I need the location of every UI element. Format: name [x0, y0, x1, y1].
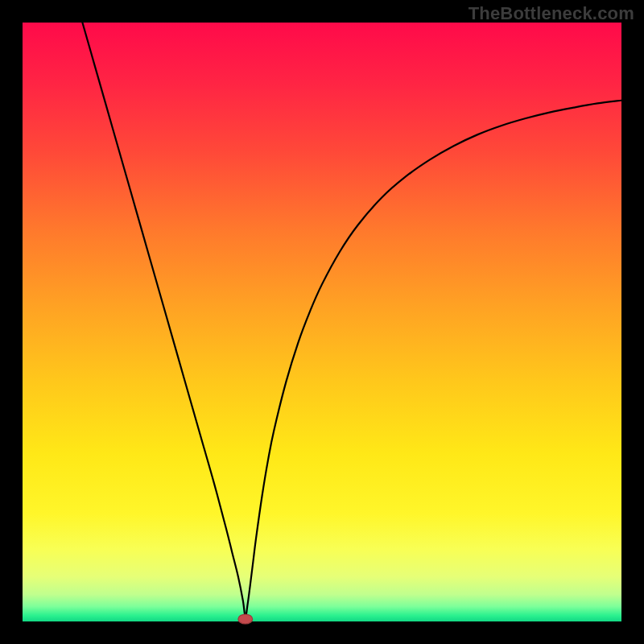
bottleneck-chart [0, 0, 644, 644]
watermark-text: TheBottleneck.com [469, 3, 634, 24]
optimal-point-marker [238, 614, 253, 624]
plot-background [23, 23, 621, 621]
chart-stage: TheBottleneck.com [0, 0, 644, 644]
